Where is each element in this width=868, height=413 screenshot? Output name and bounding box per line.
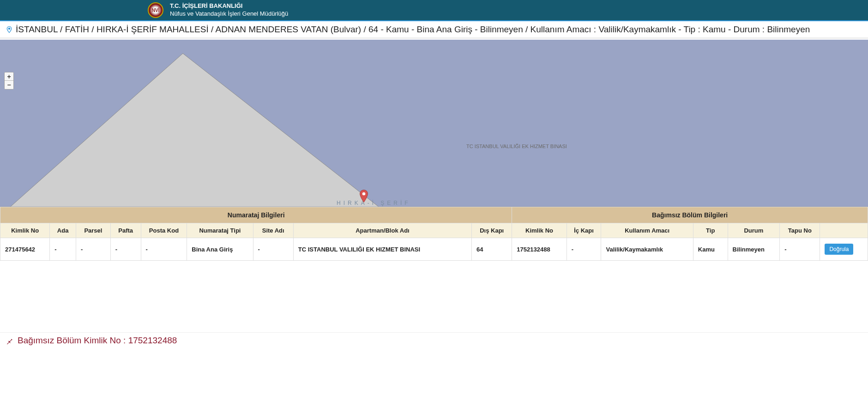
svg-point-0 — [8, 28, 10, 29]
map-district-label: HIRKA-İ ŞERİF — [337, 200, 411, 206]
col-parsel: Parsel — [76, 223, 111, 238]
breadcrumb: İSTANBUL / FATİH / HIRKA-İ ŞERİF MAHALLE… — [0, 21, 868, 38]
cell-site-adi: - — [253, 238, 293, 261]
col-numarataj-tipi: Numarataj Tipi — [187, 223, 253, 238]
cell-kimlik-no-1: 271475642 — [0, 238, 50, 261]
nvi-logo: NVİ — [148, 2, 163, 18]
col-tapu-no: Tapu No — [780, 223, 820, 238]
col-pafta: Pafta — [110, 223, 141, 238]
table-group-header-row: Numarataj Bilgileri Bağımsız Bölüm Bilgi… — [0, 207, 868, 223]
zoom-controls: + − — [4, 72, 14, 90]
cell-durum: Bilinmeyen — [728, 238, 780, 261]
cell-apartman: TC ISTANBUL VALILIĞI EK HIZMET BINASI — [293, 238, 471, 261]
map-marker-icon[interactable] — [359, 190, 368, 204]
footer-text: Bağımsız Bölüm Kimlik No : 1752132488 — [18, 335, 177, 346]
svg-point-3 — [362, 192, 366, 196]
map-building-label: TC ISTANBUL VALILIĞI EK HIZMET BINASI — [466, 144, 567, 149]
col-kimlik-no-2: Kimlik No — [512, 223, 567, 238]
zoom-in-button[interactable]: + — [5, 72, 13, 81]
cell-numarataj-tipi: Bina Ana Giriş — [187, 238, 253, 261]
col-action — [820, 223, 868, 238]
cell-ic-kapi: - — [567, 238, 601, 261]
col-posta-kod: Posta Kod — [141, 223, 187, 238]
col-durum: Durum — [728, 223, 780, 238]
col-kullanim-amaci: Kullanım Amacı — [601, 223, 693, 238]
cell-kimlik-no-2: 1752132488 — [512, 238, 567, 261]
cell-posta-kod: - — [141, 238, 187, 261]
col-kimlik-no-1: Kimlik No — [0, 223, 50, 238]
cell-tapu-no: - — [780, 238, 820, 261]
cell-kullanim-amaci: Valilik/Kaymakamlık — [601, 238, 693, 261]
details-table: Numarataj Bilgileri Bağımsız Bölüm Bilgi… — [0, 207, 868, 261]
verify-button[interactable]: Doğrula — [825, 244, 853, 255]
table-row: 271475642 - - - - Bina Ana Giriş - TC IS… — [0, 238, 868, 261]
map-parcels — [0, 40, 868, 207]
col-site-adi: Site Adı — [253, 223, 293, 238]
location-pin-icon — [6, 25, 13, 34]
cell-parsel: - — [76, 238, 111, 261]
col-apartman: Apartman/Blok Adı — [293, 223, 471, 238]
cell-tip: Kamu — [693, 238, 728, 261]
group-header-numarataj: Numarataj Bilgileri — [0, 207, 512, 223]
department-title: Nüfus ve Vatandaşlık İşleri Genel Müdürl… — [170, 10, 288, 18]
cell-ada: - — [50, 238, 76, 261]
table-column-header-row: Kimlik No Ada Parsel Pafta Posta Kod Num… — [0, 223, 868, 238]
cell-action: Doğrula — [820, 238, 868, 261]
header-titles: T.C. İÇİŞLERİ BAKANLIĞI Nüfus ve Vatanda… — [170, 2, 288, 18]
cell-pafta: - — [110, 238, 141, 261]
group-header-bagimsiz: Bağımsız Bölüm Bilgileri — [512, 207, 868, 223]
zoom-out-button[interactable]: − — [5, 81, 13, 89]
footer-identity: Bağımsız Bölüm Kimlik No : 1752132488 — [0, 332, 868, 348]
pushpin-icon — [6, 336, 14, 345]
col-dis-kapi: Dış Kapı — [472, 223, 512, 238]
app-header: NVİ T.C. İÇİŞLERİ BAKANLIĞI Nüfus ve Vat… — [0, 0, 868, 21]
col-ic-kapi: İç Kapı — [567, 223, 601, 238]
ministry-title: T.C. İÇİŞLERİ BAKANLIĞI — [170, 2, 288, 10]
map-viewport[interactable]: + − TC ISTANBUL VALILIĞI EK HIZMET BINAS… — [0, 38, 868, 207]
cell-dis-kapi: 64 — [472, 238, 512, 261]
breadcrumb-text: İSTANBUL / FATİH / HIRKA-İ ŞERİF MAHALLE… — [16, 24, 810, 35]
svg-marker-1 — [0, 54, 379, 207]
col-ada: Ada — [50, 223, 76, 238]
col-tip: Tip — [693, 223, 728, 238]
